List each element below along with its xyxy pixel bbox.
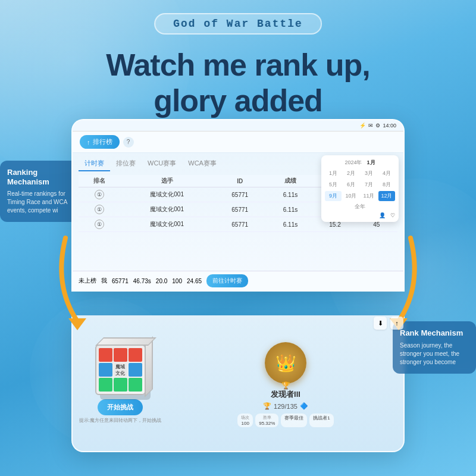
row1-rank: ①: [79, 187, 120, 202]
mail-icon: ✉: [368, 123, 373, 129]
tab-ranking[interactable]: 排位赛: [110, 156, 142, 171]
cal-months-row2[interactable]: 5月 6月 7月 8月: [325, 180, 395, 190]
tab-wcu[interactable]: WCU赛事: [142, 156, 182, 171]
cal-month-3[interactable]: 3月: [361, 168, 377, 178]
row1-id: 65771: [214, 187, 267, 202]
unranked-label: 未上榜: [79, 277, 96, 285]
cube-center-cell: 魔域文化: [114, 363, 127, 377]
top-banner: God of War Battle: [154, 13, 322, 35]
left-bubble-title: Ranking Mechanism: [7, 168, 76, 186]
cal-year: 2024年: [345, 159, 362, 167]
col-rank: 排名: [79, 175, 120, 187]
table-bottom-row: 未上榜 我 65771 46.73s 20.0 100 24.65 前往计时赛: [73, 271, 403, 290]
cube-section: 魔域文化 开始挑战 提示:魔方任意来回转动两下，开始挑战: [73, 315, 168, 451]
rank-name: 发现者III: [271, 389, 300, 400]
headline-line2: glory added: [154, 83, 322, 118]
cube-cell: [129, 363, 142, 377]
ranking-icon: ↑: [87, 139, 90, 146]
rank-trophy-small: 🏆: [263, 402, 271, 410]
crown-icon: 👑: [275, 353, 296, 373]
stat-challenger-label: 挑战者1: [313, 415, 330, 421]
rank-progress: 129/135: [274, 403, 298, 410]
stat-winrate-label: 胜率: [259, 415, 275, 421]
stat-matches: 场次 100: [237, 414, 253, 427]
share-icon-btn[interactable]: ↑: [390, 317, 403, 330]
cal-month-5[interactable]: 5月: [325, 180, 342, 190]
my-steps: 100: [172, 278, 182, 284]
cube-cell: [99, 348, 112, 362]
cal-person-icon: 👤: [379, 212, 386, 218]
help-button[interactable]: ?: [123, 137, 134, 148]
cal-month-2[interactable]: 2月: [343, 168, 359, 178]
cal-heart-icon: ♡: [390, 212, 395, 218]
cal-month-4[interactable]: 4月: [378, 168, 395, 178]
tab-timing[interactable]: 计时赛: [79, 156, 110, 171]
cube-cell: [129, 348, 142, 362]
row1-score: 6.11s: [267, 187, 315, 202]
stat-challenger: 挑战者1: [309, 414, 333, 427]
stat-season-best: 赛季最佳: [281, 414, 307, 427]
row1-player: 魔域文化001: [120, 187, 213, 202]
cube-cell: [114, 378, 127, 392]
row2-id: 65771: [214, 202, 267, 217]
headline-line1: Watch me rank up,: [106, 48, 369, 82]
cal-month-10[interactable]: 10月: [343, 191, 359, 201]
phone-bottom-inner: 魔域文化 开始挑战 提示:魔方任意来回转动两下，开始挑战: [73, 315, 403, 451]
cube-cell: [99, 378, 112, 392]
cube-wrapper: 魔域文化: [90, 343, 150, 397]
trophy-circle: 👑: [265, 342, 306, 384]
headline-main: Watch me rank up, glory added: [0, 48, 476, 119]
cal-month-12[interactable]: 12月: [378, 191, 395, 201]
cal-month-8[interactable]: 8月: [378, 180, 395, 190]
hint-text: 提示:魔方任意来回转动两下，开始挑战: [79, 417, 161, 424]
settings-icon: ⚙: [375, 123, 380, 129]
stat-winrate-value: 95.32%: [259, 421, 275, 426]
cube-cell: [114, 348, 127, 362]
row3-rank: ①: [79, 217, 120, 232]
cube-face-top: [95, 337, 156, 346]
download-icon-btn[interactable]: ⬇: [374, 317, 387, 330]
row3-player: 魔域文化001: [120, 217, 213, 232]
cube-face-front: 魔域文化: [95, 345, 146, 395]
cal-month-11[interactable]: 11月: [361, 191, 377, 201]
cal-action-icons: 👤 ♡: [325, 212, 395, 218]
cal-month-1[interactable]: 1月: [325, 168, 342, 178]
cal-month-active: 1月: [367, 159, 375, 167]
right-bubble-title: Rank Mechanism: [400, 328, 469, 338]
app-header: ↑ 排行榜 ? 2024年 1月 1月 2月 3月 4月 5月 6月 7月 8月: [73, 131, 403, 153]
small-trophy-icon: 🏆: [281, 381, 290, 390]
stat-season-best-label: 赛季最佳: [284, 415, 303, 421]
cal-months-row1[interactable]: 1月 2月 3月 4月: [325, 168, 395, 178]
my-extra: 24.65: [187, 278, 202, 284]
col-player: 选手: [120, 175, 213, 187]
phone-bottom: 魔域文化 开始挑战 提示:魔方任意来回转动两下，开始挑战: [71, 315, 405, 452]
download-icon: ⬇: [378, 320, 383, 327]
cube-cell: [99, 363, 112, 377]
row3-id: 65771: [214, 217, 267, 232]
tab-wca[interactable]: WCA赛事: [182, 156, 223, 171]
col-score: 成绩: [267, 175, 315, 187]
ranking-button[interactable]: ↑ 排行榜: [80, 135, 120, 149]
status-bar: ⚡ ✉ ⚙ 14:00: [73, 120, 403, 131]
cube-cell: [129, 378, 142, 392]
stat-winrate: 胜率 95.32%: [255, 414, 278, 427]
ranking-label: 排行榜: [93, 137, 112, 146]
left-bubble-desc: Real-time rankings for Timing Race and W…: [7, 190, 76, 215]
cal-month-6[interactable]: 6月: [343, 180, 359, 190]
rank-stats: 场次 100 胜率 95.32% 赛季最佳 挑战者1: [237, 414, 334, 427]
cal-month-9[interactable]: 9月: [325, 191, 342, 201]
cal-all-year[interactable]: 全年: [325, 203, 395, 211]
banner-text: God of War Battle: [173, 18, 303, 30]
calendar-panel: 2024年 1月 1月 2月 3月 4月 5月 6月 7月 8月 9月 10月 …: [321, 155, 399, 222]
trophy-wrapper: 👑 🏆: [262, 339, 309, 387]
start-challenge-button[interactable]: 开始挑战: [98, 399, 143, 415]
right-bubble: Rank Mechanism Season journey, the stron…: [393, 321, 476, 374]
rank-section: 👑 🏆 发现者III 🏆 129/135 🔷 场次 100 胜率 95: [168, 315, 403, 451]
cal-month-7[interactable]: 7月: [361, 180, 377, 190]
row2-player: 魔域文化001: [120, 202, 213, 217]
cal-year-row: 2024年 1月: [325, 159, 395, 167]
bluetooth-icon: ⚡: [359, 123, 366, 129]
right-bubble-desc: Season journey, the stronger you meet, t…: [400, 342, 469, 367]
go-timing-button[interactable]: 前往计时赛: [206, 274, 248, 287]
cal-months-row3[interactable]: 9月 10月 11月 12月: [325, 191, 395, 201]
